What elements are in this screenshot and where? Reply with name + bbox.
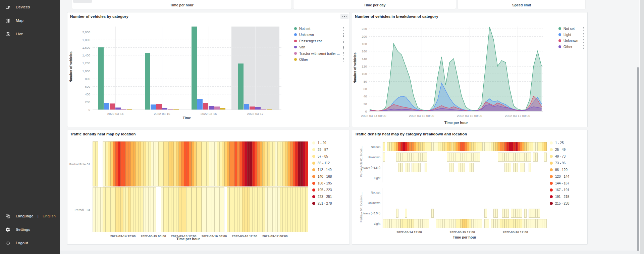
clipped-element (73, 0, 92, 3)
legend-color-dot (550, 188, 553, 192)
legend-color-dot (312, 182, 315, 185)
legend-label[interactable]: Tractor with semi-trailer ... (299, 51, 340, 55)
sidebar: DevicesMapLiveLanguage|EnglishSettingsLo… (0, 0, 60, 254)
panel-title: Traffic density heat map by category bre… (355, 132, 467, 136)
y-axis-tick: 1,800 (67, 38, 90, 42)
x-axis-title: Time per hour (176, 237, 200, 241)
gridline (93, 86, 281, 87)
gridline (255, 27, 256, 110)
legend-item: 168 - 195 (312, 181, 332, 185)
heatmap-cell (484, 209, 487, 218)
legend-label: 140 - 168 (318, 175, 332, 178)
heatmap-cell (407, 163, 410, 172)
legend-item: 1 - 29 (312, 141, 326, 145)
legend-menu-button[interactable] (342, 57, 344, 62)
bar (110, 103, 115, 110)
horizontal-scrollbar-track[interactable] (60, 251, 640, 254)
sidebar-item-label: Settings (16, 227, 30, 231)
legend-item: Passenger car (294, 39, 322, 43)
x-axis-title: Time per hour (453, 235, 476, 239)
panel-menu-button[interactable] (340, 14, 348, 19)
camera-icon (5, 32, 10, 37)
x-axis-tick: 2022-03-16 (201, 112, 217, 116)
sidebar-item-map[interactable]: Map (0, 16, 60, 25)
y-axis-line (382, 188, 382, 228)
legend-label[interactable]: Passenger car (299, 39, 322, 43)
gridline (93, 102, 281, 102)
legend-menu-button[interactable] (583, 33, 585, 37)
sidebar-item-logout[interactable]: Logout (0, 238, 60, 248)
legend-label[interactable]: Other (564, 45, 572, 49)
legend-menu-button[interactable] (583, 27, 585, 31)
heatmap-cell (405, 209, 407, 218)
x-axis-tick: 2022-03-14 12:00 (396, 230, 422, 234)
legend-menu-button[interactable] (583, 39, 585, 43)
heatmap-cell (509, 163, 511, 172)
legend-menu-button[interactable] (342, 45, 344, 50)
bar (162, 108, 167, 110)
legend-color-dot (294, 33, 297, 36)
heatmap-cell (462, 163, 465, 172)
legend-color-dot (294, 58, 297, 61)
legend-menu-button[interactable] (583, 45, 585, 49)
legend-label[interactable]: Unknown (299, 33, 314, 37)
legend-item: Other (558, 45, 572, 49)
legend-item: Light (558, 33, 571, 37)
sidebar-item-devices[interactable]: Devices (0, 2, 60, 12)
legend-label: 167 - 191 (555, 188, 569, 192)
legend-item: Unknown (558, 39, 578, 43)
legend-label[interactable]: Not set (564, 27, 575, 31)
bar (197, 99, 203, 110)
legend-label[interactable]: Van (299, 45, 305, 49)
sidebar-item-label: Map (16, 18, 23, 23)
x-axis-tick: 2022-03-16 12:00 (232, 234, 257, 238)
legend-color-dot (550, 175, 553, 178)
legend-menu-button[interactable] (342, 33, 344, 37)
video-camera-icon (5, 5, 10, 10)
legend-label: 25 - 49 (555, 148, 566, 152)
row-label: Light (360, 176, 380, 180)
language-value[interactable]: English (43, 214, 56, 218)
sidebar-item-settings[interactable]: Settings (0, 225, 60, 234)
legend-menu-button[interactable] (342, 39, 344, 44)
gridline (93, 71, 281, 71)
legend-label: 191 - 215 (555, 195, 569, 199)
legend-menu-button[interactable] (342, 27, 344, 31)
legend-menu-button[interactable] (342, 51, 344, 56)
row-label: Not set (360, 145, 380, 149)
row-label: Unknown (360, 201, 380, 205)
panel-title: Traffic density heat map by location (70, 132, 136, 136)
legend-label: 49 - 73 (555, 155, 566, 158)
sidebar-item-language[interactable]: Language|English (0, 211, 60, 221)
legend-color-dot (312, 202, 315, 205)
legend-label: 85 - 112 (318, 161, 330, 165)
sidebar-item-live[interactable]: Live (0, 29, 60, 39)
x-axis-tick: 2022-03-14 00:00 (361, 114, 386, 118)
bar (209, 106, 214, 110)
legend-color-dot (550, 195, 553, 198)
vertical-scrollbar-track[interactable] (640, 0, 644, 254)
legend-label[interactable]: Not set (299, 27, 310, 31)
legend-color-dot (312, 155, 315, 158)
x-axis-tick: 2022-03-15 00:00 (409, 114, 434, 118)
legend-item: 140 - 168 (312, 175, 332, 178)
bar (173, 109, 179, 110)
y-axis-tick: 60 (352, 87, 367, 90)
gridline (93, 47, 281, 48)
y-axis-tick: 40 (352, 94, 367, 98)
dashboard-root: DevicesMapLiveLanguage|EnglishSettingsLo… (0, 0, 644, 254)
x-axis-tick: 2022-03-14 12:00 (110, 234, 136, 238)
bar (255, 107, 261, 110)
x-axis-tick: 2022-03-16 00:00 (457, 114, 482, 118)
translate-icon (5, 214, 10, 219)
legend-label[interactable]: Unknown (564, 39, 578, 43)
heatmap-cell (471, 163, 474, 172)
legend-color-dot (294, 27, 297, 30)
x-axis-title: Time per hour (444, 121, 468, 125)
legend-label[interactable]: Light (564, 33, 571, 37)
vertical-scrollbar-thumb[interactable] (637, 67, 639, 254)
legend-color-dot (312, 148, 315, 151)
legend-label[interactable]: Other (299, 57, 308, 61)
y-axis-tick: 220 (352, 27, 367, 31)
bar (261, 109, 266, 110)
